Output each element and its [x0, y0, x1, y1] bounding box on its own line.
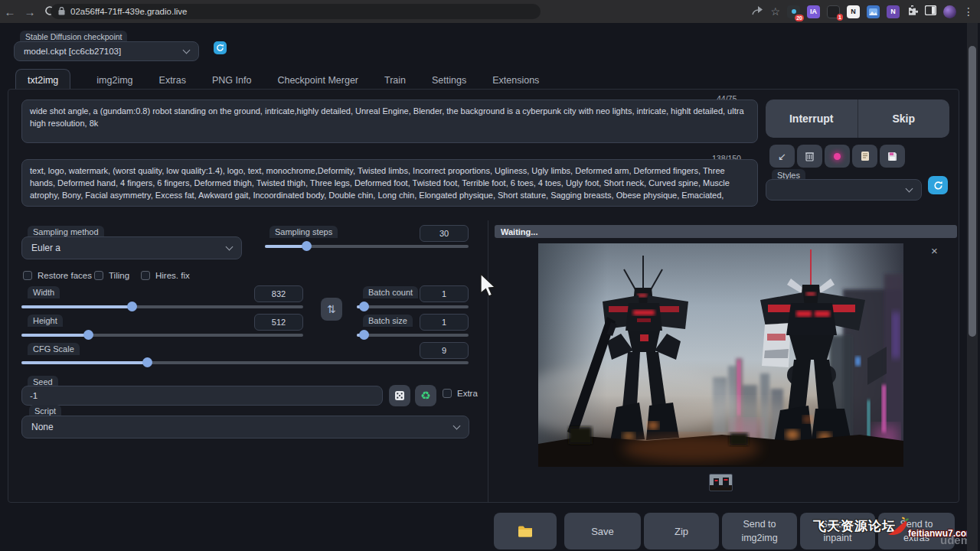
stable-diffusion-webui: ← → 02a56ff4-71ff-439e.gradio.live ☆ 20 …: [0, 0, 980, 551]
checkbox-icon[interactable]: [443, 389, 452, 398]
ext-onenote-icon[interactable]: N: [887, 5, 900, 18]
open-folder-button[interactable]: [494, 513, 557, 549]
batch-size-slider[interactable]: [357, 334, 469, 337]
share-icon[interactable]: [752, 5, 763, 18]
batch-count-value[interactable]: 1: [420, 285, 469, 302]
skip-button[interactable]: Skip: [858, 99, 950, 138]
apply-style-icon[interactable]: [852, 145, 877, 168]
save-style-icon[interactable]: [880, 145, 905, 168]
profile-avatar[interactable]: [943, 5, 956, 18]
restore-faces-label: Restore faces: [38, 271, 92, 280]
tiling-label: Tiling: [109, 271, 129, 280]
browser-menu-icon[interactable]: ⋮: [963, 5, 974, 18]
progress-status-text: Waiting...: [501, 227, 537, 236]
tab-checkpoint-merger[interactable]: Checkpoint Merger: [277, 70, 358, 91]
checkpoint-dropdown[interactable]: model.ckpt [cc6cb27103]: [14, 41, 199, 61]
seed-extra-checkbox[interactable]: Extra: [443, 389, 478, 398]
back-icon[interactable]: ←: [0, 5, 20, 18]
ext-badge-1: 1: [837, 14, 843, 21]
paste-icon[interactable]: ↙: [769, 145, 795, 168]
chevron-down-icon: [183, 46, 191, 54]
page-scrollbar[interactable]: [967, 23, 978, 551]
tab-txt2img[interactable]: txt2img: [15, 69, 70, 91]
swap-dimensions-button[interactable]: ⇅: [321, 298, 342, 321]
tab-png-info[interactable]: PNG Info: [212, 70, 251, 91]
ext-ia-icon[interactable]: IA: [807, 5, 820, 18]
sampling-steps-label: Sampling steps: [270, 226, 338, 238]
ext-image-icon[interactable]: [867, 5, 880, 18]
checkbox-icon[interactable]: [23, 271, 32, 280]
browser-toolbar: ← → 02a56ff4-71ff-439e.gradio.live ☆ 20 …: [0, 0, 980, 23]
cfg-scale-label: CFG Scale: [28, 343, 80, 355]
zip-button[interactable]: Zip: [644, 513, 719, 549]
checkpoint-value: model.ckpt [cc6cb27103]: [24, 47, 121, 56]
send-to-img2img-button[interactable]: Send to img2img: [722, 513, 797, 549]
width-slider[interactable]: [21, 305, 303, 308]
folder-icon: [518, 525, 533, 537]
url-text: 02a56ff4-71ff-439e.gradio.live: [70, 7, 187, 16]
chevron-down-icon: [906, 184, 913, 192]
address-bar[interactable]: 02a56ff4-71ff-439e.gradio.live: [51, 4, 541, 19]
ext-camera-icon[interactable]: 1: [827, 5, 840, 18]
cfg-scale-slider[interactable]: [21, 361, 469, 364]
batch-size-value[interactable]: 1: [420, 314, 469, 331]
extra-networks-icon[interactable]: [825, 145, 850, 168]
save-button[interactable]: Save: [564, 513, 641, 549]
height-label: Height: [28, 315, 63, 327]
lock-icon: [58, 5, 65, 18]
chevron-down-icon: [453, 422, 461, 429]
watermark-forum-text: 飞天资源论坛: [813, 517, 896, 535]
prompt-tools: ↙: [769, 145, 905, 168]
tab-train[interactable]: Train: [384, 70, 406, 91]
main-tabs: txt2img img2img Extras PNG Info Checkpoi…: [15, 69, 539, 91]
interrupt-button[interactable]: Interrupt: [766, 99, 858, 138]
batch-size-label: Batch size: [363, 315, 413, 327]
sampling-steps-value[interactable]: 30: [420, 225, 469, 242]
column-divider: [488, 220, 488, 503]
sampling-steps-slider[interactable]: [265, 245, 469, 248]
script-dropdown[interactable]: None: [21, 416, 469, 439]
negative-prompt-input[interactable]: text, logo, watermark, (worst quality, l…: [21, 159, 758, 207]
trash-icon[interactable]: [797, 145, 822, 168]
styles-refresh-button[interactable]: [928, 176, 948, 194]
bookmark-star-icon[interactable]: ☆: [770, 5, 780, 18]
ext-notion-icon[interactable]: N: [847, 5, 860, 18]
tab-settings[interactable]: Settings: [432, 70, 466, 91]
checkbox-icon[interactable]: [141, 271, 150, 280]
tab-img2img[interactable]: img2img: [96, 70, 132, 91]
height-slider[interactable]: [21, 334, 303, 337]
hires-fix-checkbox[interactable]: Hires. fix: [141, 271, 190, 280]
prompt-input[interactable]: wide shot angle, a (gundam:0.8) robot st…: [21, 99, 758, 143]
checkpoint-refresh-button[interactable]: [214, 41, 227, 54]
side-panel-icon[interactable]: [925, 5, 936, 18]
checkbox-icon[interactable]: [94, 271, 103, 280]
width-value[interactable]: 832: [254, 285, 303, 302]
tab-extras[interactable]: Extras: [159, 70, 186, 91]
sampling-method-value: Euler a: [31, 243, 60, 253]
script-value: None: [31, 422, 54, 432]
close-icon[interactable]: ×: [931, 245, 938, 256]
scrollbar-thumb[interactable]: [969, 46, 976, 337]
restore-faces-checkbox[interactable]: Restore faces: [23, 271, 92, 280]
styles-dropdown[interactable]: [766, 179, 922, 201]
batch-count-slider[interactable]: [357, 305, 469, 308]
cfg-scale-value[interactable]: 9: [420, 342, 469, 359]
reuse-seed-recycle-icon[interactable]: ♻: [415, 385, 436, 406]
width-label: Width: [28, 286, 60, 298]
generated-image[interactable]: [538, 243, 903, 467]
seed-input[interactable]: [21, 386, 383, 406]
gallery-thumbnail[interactable]: [709, 474, 733, 491]
sampling-method-dropdown[interactable]: Euler a: [21, 236, 242, 259]
extensions-puzzle-icon[interactable]: [906, 5, 918, 19]
chevron-down-icon: [226, 243, 234, 250]
forward-icon[interactable]: →: [20, 5, 40, 18]
random-seed-dice-icon[interactable]: [389, 385, 410, 406]
ext-pin-icon[interactable]: 20: [787, 5, 800, 18]
tiling-checkbox[interactable]: Tiling: [94, 271, 129, 280]
tab-extensions[interactable]: Extensions: [492, 70, 539, 91]
browser-extensions: ☆ 20 IA 1 N N ⋮: [752, 0, 974, 23]
progress-status-bar: Waiting...: [495, 225, 957, 238]
height-value[interactable]: 512: [254, 314, 303, 331]
ext-badge-20: 20: [795, 15, 804, 21]
chili-logo-icon: [885, 516, 911, 540]
